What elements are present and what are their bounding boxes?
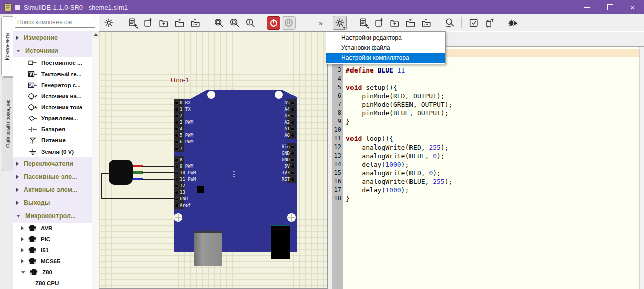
recent-circuits-button[interactable]: [126, 16, 140, 30]
wire-green-pin10[interactable]: [142, 172, 179, 173]
tree-item-mcu[interactable]: Z80: [13, 267, 92, 278]
board-digital-pin[interactable]: 6 PWM: [175, 139, 193, 145]
open-circuit-button[interactable]: [157, 16, 171, 30]
tree-category[interactable]: Измерение: [13, 31, 92, 44]
board-digital-pin[interactable]: 2: [175, 113, 182, 119]
board-analog-pin[interactable]: A2: [252, 119, 294, 125]
tree-category[interactable]: Микроконтрол...: [13, 209, 92, 223]
board-digital-pin[interactable]: 3 PWM: [175, 119, 193, 125]
side-tab-components[interactable]: Компоненты: [1, 16, 13, 77]
led-red-lead: [133, 165, 143, 167]
board-power-pin[interactable]: Vin: [252, 143, 294, 150]
tree-category[interactable]: Источники: [13, 44, 92, 57]
tree-item-mcu[interactable]: MCS65: [13, 256, 92, 267]
tree-subitem[interactable]: Z80 CPU: [13, 278, 92, 289]
recent-files-button[interactable]: [357, 16, 371, 30]
code-area[interactable]: #define GREEN 10#define BLUE 11void setu…: [343, 47, 639, 289]
save-circuit-as-button[interactable]: [188, 16, 202, 30]
wire-blue-pin11[interactable]: [142, 179, 179, 180]
code-line: void loop(){: [343, 134, 639, 143]
editor-settings-button[interactable]: [333, 16, 347, 30]
tree-item-mcu[interactable]: AVR: [13, 223, 92, 234]
scroll-up-button[interactable]: [92, 31, 99, 38]
board-power-pin[interactable]: GND: [252, 157, 294, 163]
pin-dot: [175, 148, 178, 150]
rgb-led[interactable]: [109, 160, 133, 185]
pause-button[interactable]: [282, 16, 296, 30]
circuit-canvas[interactable]: Uno-1 0 RX1 TX23 PWM45 PWM6 PWM789 PWM10…: [99, 31, 328, 289]
board-analog-pin[interactable]: A3: [252, 113, 294, 119]
board-digital-pin[interactable]: 11 PWM: [175, 176, 196, 182]
debug-button[interactable]: [506, 16, 520, 30]
power-button[interactable]: [267, 16, 280, 30]
code-token: }: [346, 118, 350, 125]
compile-button[interactable]: [466, 16, 481, 30]
tree-category[interactable]: Переключатели: [13, 157, 92, 170]
new-file-button[interactable]: [372, 16, 386, 30]
board-digital-pin[interactable]: 1 TX: [175, 106, 191, 112]
zoom-one-button[interactable]: [243, 16, 257, 30]
upload-button[interactable]: [482, 16, 496, 30]
pin-dot: [291, 178, 294, 181]
tree-item-mcu[interactable]: I51: [13, 245, 92, 256]
tree-item[interactable]: Тактовый ге...: [13, 68, 92, 80]
board-analog-pin[interactable]: A1: [252, 126, 294, 132]
save-file-as-button[interactable]: [419, 16, 433, 30]
open-file-button[interactable]: [388, 16, 402, 30]
board-analog-pin[interactable]: A5: [252, 100, 294, 106]
tree-item[interactable]: Управляем...: [13, 113, 92, 124]
tree-category[interactable]: Пассивные эле...: [13, 170, 92, 183]
board-digital-pin[interactable]: Aref: [175, 202, 191, 208]
board-digital-pin[interactable]: 13: [175, 189, 185, 195]
board-digital-pin[interactable]: 7: [175, 146, 182, 152]
board-analog-pin[interactable]: A0: [252, 132, 294, 138]
tree-item[interactable]: Питание: [13, 135, 92, 146]
wire-red-pin9[interactable]: [142, 166, 179, 167]
close-button[interactable]: ×: [621, 0, 644, 14]
circuit-settings-button[interactable]: [102, 16, 116, 30]
power-icon: [268, 17, 279, 28]
menu-item[interactable]: Установки файла: [326, 43, 445, 53]
minimize-button[interactable]: [576, 0, 599, 14]
save-circuit-button[interactable]: [172, 16, 187, 30]
zoom-fit-button[interactable]: [212, 16, 226, 30]
board-digital-pin[interactable]: 10 PWM: [175, 170, 196, 176]
board-digital-pin[interactable]: 0 RX: [175, 100, 191, 106]
chevron-right-icon: [16, 188, 19, 192]
tree-item[interactable]: Постоянное ...: [13, 57, 92, 68]
board-power-pin[interactable]: GND: [252, 150, 294, 156]
editor-scrollbar[interactable]: [639, 47, 644, 289]
wire-gnd[interactable]: [101, 173, 109, 174]
maximize-button[interactable]: [599, 0, 621, 14]
menu-item[interactable]: Настройки редактора: [326, 33, 445, 43]
tree-item[interactable]: Генератор с...: [13, 80, 92, 91]
toolbar-overflow-button[interactable]: »: [319, 19, 323, 27]
board-power-pin[interactable]: 5V: [252, 163, 294, 169]
zoom-selected-button[interactable]: [227, 16, 242, 30]
tree-item[interactable]: Земля (0 V): [13, 146, 92, 157]
board-digital-pin[interactable]: 4: [175, 126, 182, 132]
side-tab-file-explorer[interactable]: Файловый проводник: [2, 77, 13, 171]
wire-gnd[interactable]: [101, 198, 179, 199]
tree-item[interactable]: Источник тока: [13, 102, 92, 113]
panel-splitter[interactable]: [328, 31, 332, 289]
tree-category[interactable]: Активные элем...: [13, 183, 92, 196]
wire-gnd[interactable]: [101, 173, 102, 199]
menu-item[interactable]: Настройки компилятора: [326, 53, 445, 63]
board-power-pin[interactable]: 3V3: [252, 170, 294, 176]
save-file-button[interactable]: [403, 16, 418, 30]
tree-item-mcu[interactable]: PIC: [13, 234, 92, 245]
board-digital-pin[interactable]: 12: [175, 183, 185, 189]
tree-label: Управляем...: [41, 115, 78, 121]
tree-scrollbar[interactable]: [92, 31, 99, 289]
tree-category[interactable]: Выходы: [13, 196, 92, 209]
search-input[interactable]: [15, 17, 95, 28]
board-analog-pin[interactable]: A4: [252, 106, 294, 112]
board-power-pin[interactable]: RST: [252, 176, 294, 182]
board-digital-pin[interactable]: 5 PWM: [175, 132, 193, 138]
new-circuit-button[interactable]: [141, 16, 155, 30]
board-digital-pin[interactable]: 8: [175, 157, 182, 163]
tree-item[interactable]: Батарея: [13, 124, 92, 135]
tree-item[interactable]: Источник на...: [13, 91, 92, 102]
find-replace-button[interactable]: [443, 16, 457, 30]
